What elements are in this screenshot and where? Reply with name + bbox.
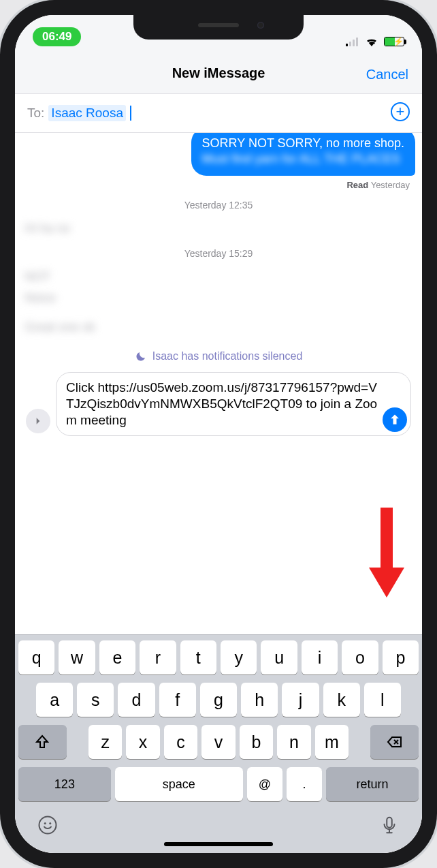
key-e[interactable]: e bbox=[99, 640, 135, 675]
key-m[interactable]: m bbox=[315, 725, 349, 759]
cell-signal-icon bbox=[346, 37, 359, 46]
recipient-chip[interactable]: Isaac Roosa bbox=[48, 105, 126, 121]
key-h[interactable]: h bbox=[241, 683, 278, 717]
space-key[interactable]: space bbox=[115, 767, 243, 801]
keyboard-row-1: qwertyuiop bbox=[18, 640, 419, 675]
timestamp-separator: Yesterday 15:29 bbox=[22, 248, 415, 259]
notch bbox=[133, 15, 304, 40]
key-d[interactable]: d bbox=[118, 683, 155, 717]
cancel-button[interactable]: Cancel bbox=[366, 67, 408, 82]
backspace-key[interactable] bbox=[370, 725, 419, 759]
status-time-pill[interactable]: 06:49 bbox=[33, 27, 81, 46]
notifications-silenced-banner: Isaac has notifications silenced bbox=[22, 350, 415, 362]
key-b[interactable]: b bbox=[240, 725, 273, 759]
key-z[interactable]: z bbox=[88, 725, 122, 759]
at-key[interactable]: @ bbox=[247, 767, 282, 801]
numbers-key[interactable]: 123 bbox=[18, 767, 111, 801]
key-v[interactable]: v bbox=[201, 725, 235, 759]
battery-icon: ⚡ bbox=[384, 37, 404, 46]
home-indicator bbox=[164, 842, 273, 846]
key-n[interactable]: n bbox=[277, 725, 310, 759]
keyboard-row-2: asdfghjkl bbox=[18, 683, 419, 717]
period-key[interactable]: . bbox=[287, 767, 322, 801]
message-transcript[interactable]: SORRY NOT SORRY, no more shop. Must find… bbox=[15, 133, 422, 634]
key-y[interactable]: y bbox=[221, 640, 257, 675]
key-i[interactable]: i bbox=[302, 640, 338, 675]
bubble-text-blurred: Must find yarn for ALL THE PLACES bbox=[202, 151, 404, 167]
key-t[interactable]: t bbox=[180, 640, 216, 675]
add-recipient-button[interactable]: + bbox=[391, 102, 410, 121]
arrow-up-icon bbox=[388, 413, 402, 427]
phone-frame: 06:49 ⚡ New iMessage Cancel To: Isaac Ro… bbox=[0, 0, 437, 868]
key-g[interactable]: g bbox=[200, 683, 237, 717]
svg-point-0 bbox=[39, 817, 56, 834]
svg-rect-3 bbox=[387, 818, 392, 828]
incoming-blurred: NOT bbox=[25, 268, 50, 285]
key-x[interactable]: x bbox=[126, 725, 159, 759]
return-key[interactable]: return bbox=[326, 767, 419, 801]
bubble-text: SORRY NOT SORRY, no more shop. bbox=[202, 136, 404, 151]
svg-point-1 bbox=[44, 822, 46, 824]
backspace-icon bbox=[387, 734, 403, 750]
key-j[interactable]: j bbox=[282, 683, 319, 717]
annotation-arrow bbox=[369, 508, 404, 603]
key-a[interactable]: a bbox=[36, 683, 73, 717]
shift-key[interactable] bbox=[18, 725, 67, 759]
nav-header: New iMessage Cancel bbox=[15, 48, 422, 94]
read-receipt: Read Yesterday bbox=[346, 180, 410, 190]
apps-expand-button[interactable] bbox=[26, 409, 50, 433]
key-w[interactable]: w bbox=[59, 640, 95, 675]
message-input[interactable]: Click https://us05web.zoom.us/j/87317796… bbox=[56, 372, 411, 437]
key-k[interactable]: k bbox=[323, 683, 360, 717]
keyboard-row-4: 123 space @ . return bbox=[18, 767, 419, 801]
key-c[interactable]: c bbox=[164, 725, 197, 759]
page-title: New iMessage bbox=[172, 65, 265, 81]
moon-icon bbox=[135, 350, 147, 362]
incoming-blurred: Great one ok bbox=[25, 319, 95, 336]
key-f[interactable]: f bbox=[159, 683, 196, 717]
key-s[interactable]: s bbox=[77, 683, 114, 717]
incoming-blurred: Hi ha no bbox=[25, 220, 70, 237]
timestamp-separator: Yesterday 12:35 bbox=[22, 200, 415, 211]
incoming-blurred: Noice bbox=[25, 290, 56, 307]
keyboard-row-3: zxcvbnm bbox=[18, 725, 419, 759]
outgoing-bubble[interactable]: SORRY NOT SORRY, no more shop. Must find… bbox=[191, 133, 415, 176]
dictation-key[interactable] bbox=[379, 815, 400, 835]
key-o[interactable]: o bbox=[342, 640, 378, 675]
to-field[interactable]: To: Isaac Roosa + bbox=[15, 94, 422, 133]
wifi-icon bbox=[365, 36, 378, 46]
key-l[interactable]: l bbox=[364, 683, 401, 717]
key-r[interactable]: r bbox=[140, 640, 176, 675]
emoji-key[interactable] bbox=[37, 815, 58, 835]
compose-text: Click https://us05web.zoom.us/j/87317796… bbox=[66, 380, 377, 428]
svg-point-2 bbox=[49, 822, 51, 824]
shift-icon bbox=[34, 734, 50, 750]
to-label: To: bbox=[27, 106, 44, 121]
compose-area: Click https://us05web.zoom.us/j/87317796… bbox=[22, 372, 415, 442]
send-button[interactable] bbox=[383, 407, 407, 432]
text-cursor bbox=[130, 106, 131, 121]
key-p[interactable]: p bbox=[383, 640, 419, 675]
chevron-right-icon bbox=[33, 416, 43, 426]
keyboard: qwertyuiop asdfghjkl zxcvbnm 123 space @… bbox=[15, 634, 422, 853]
status-time: 06:49 bbox=[42, 30, 71, 44]
key-q[interactable]: q bbox=[18, 640, 54, 675]
key-u[interactable]: u bbox=[261, 640, 297, 675]
